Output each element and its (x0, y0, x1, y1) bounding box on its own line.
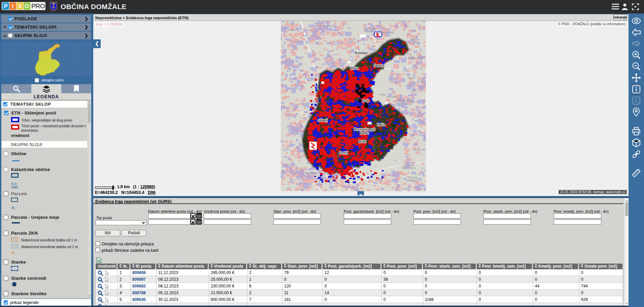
svg-text:Podrič: Podrič (288, 28, 297, 32)
svg-text:Rača: Rača (377, 123, 385, 127)
svg-text:Dobu: Dobu (360, 131, 369, 135)
svg-text:Vrba: Vrba (379, 93, 386, 96)
svg-text:Jasen: Jasen (374, 64, 383, 67)
svg-text:Imovica: Imovica (386, 95, 398, 98)
svg-text:oštanj: oštanj (317, 118, 328, 122)
svg-text:Lukovici: Lukovici (399, 102, 412, 106)
svg-text:Preserje pri: Preserje pri (397, 99, 414, 102)
svg-text:Lašna: Lašna (410, 41, 419, 44)
svg-text:Brdo: Brdo (359, 140, 366, 143)
svg-text:g: g (637, 101, 639, 105)
svg-text:Dob: Dob (363, 99, 369, 103)
svg-text:Zgornja: Zgornja (403, 163, 415, 166)
svg-text:Vranja Peč: Vranja Peč (379, 31, 395, 34)
svg-text:Rova: Rova (350, 66, 359, 70)
svg-text:Dolskem: Dolskem (406, 179, 418, 182)
svg-text:Brezovica pri: Brezovica pri (354, 128, 375, 131)
svg-text:Mala Lašna: Mala Lašna (408, 56, 425, 59)
svg-text:Zg. Prapreče: Zg. Prapreče (317, 24, 336, 28)
svg-text:Laze pri: Laze pri (414, 148, 426, 151)
svg-text:Kolovec: Kolovec (355, 51, 368, 55)
svg-text:Berčevo: Berčevo (305, 171, 317, 175)
svg-text:Javoršica: Javoršica (402, 166, 416, 170)
svg-text:Ostrž: Ostrž (339, 151, 348, 155)
svg-text:Bodč: Bodč (408, 76, 416, 79)
svg-text:Zlate: Zlate (417, 79, 424, 83)
svg-text:Palovče: Palovče (364, 30, 376, 33)
